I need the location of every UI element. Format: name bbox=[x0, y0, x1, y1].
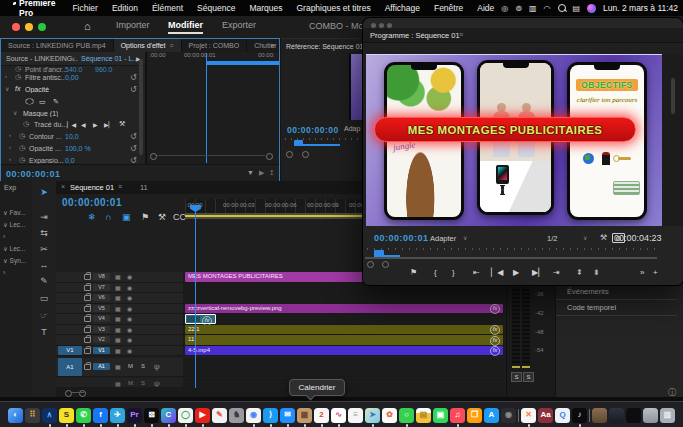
tab-modifier[interactable]: Modifier bbox=[168, 20, 203, 34]
window-thumb[interactable] bbox=[643, 408, 658, 423]
solo-button[interactable]: S bbox=[141, 363, 145, 369]
fx-badge-icon[interactable]: fx bbox=[490, 325, 500, 335]
close-tab-icon[interactable]: × bbox=[61, 183, 65, 190]
resolution-select[interactable]: 1/2 bbox=[547, 234, 557, 243]
dark-knob-app[interactable]: ◉ bbox=[501, 408, 516, 423]
close-window-button[interactable] bbox=[12, 23, 20, 31]
h-scrollbar[interactable] bbox=[72, 392, 84, 393]
play-only-icon[interactable]: ▶ bbox=[259, 169, 264, 177]
transport-button[interactable]: ▏◀ bbox=[491, 268, 503, 277]
transport-button[interactable]: ▶ bbox=[513, 268, 519, 277]
timeline-tool-icon[interactable]: ⚑ bbox=[141, 212, 149, 222]
prev-keyframe-icon[interactable]: ▏◀ bbox=[67, 121, 76, 128]
fx-badge-icon[interactable]: fx bbox=[490, 346, 500, 356]
mute-button[interactable]: M bbox=[128, 380, 133, 386]
status-icon[interactable]: ▥ bbox=[529, 4, 537, 13]
telegram[interactable]: ✈ bbox=[110, 408, 125, 423]
effect-timecode[interactable]: 00:00:00:01 bbox=[6, 169, 61, 179]
track-lane[interactable] bbox=[183, 314, 505, 324]
home-icon[interactable]: ⌂ bbox=[84, 20, 91, 32]
effect-source-label[interactable]: Source - LINKEDING... bbox=[6, 55, 78, 62]
V5[interactable]: V5 ▦ ◉ zzzzvertical-removebg-preview.png… bbox=[56, 304, 505, 315]
filter-icon[interactable]: ▼ bbox=[247, 169, 254, 176]
scrub-track[interactable] bbox=[365, 257, 657, 259]
maps[interactable]: ➤ bbox=[365, 408, 380, 423]
vscode[interactable]: ⟩ bbox=[263, 408, 278, 423]
v-scrollbar[interactable] bbox=[139, 59, 143, 155]
effect-row-mask-opacity[interactable]: › ◷ Opacité ... 100,0 % ↺ bbox=[1, 144, 145, 155]
tab-overflow-chevron[interactable]: » bbox=[271, 41, 275, 50]
track-visibility-icon[interactable]: ◉ bbox=[127, 336, 132, 343]
menu-item[interactable]: Marques bbox=[249, 3, 282, 13]
tool-button[interactable]: ☞ bbox=[32, 310, 56, 320]
track-name-button[interactable]: V7 bbox=[93, 284, 110, 291]
notes[interactable]: ▤ bbox=[416, 408, 431, 423]
reset-icon[interactable]: ↺ bbox=[130, 85, 137, 94]
lock-icon[interactable] bbox=[84, 285, 91, 291]
tool-button[interactable]: ✎ bbox=[32, 276, 56, 286]
menu-item[interactable]: Fenêtre bbox=[434, 3, 463, 13]
window-titlebar[interactable] bbox=[363, 18, 683, 28]
tiktok[interactable]: ♪ bbox=[572, 408, 587, 423]
status-icon[interactable]: ◎ bbox=[501, 4, 508, 13]
window-thumb[interactable] bbox=[592, 408, 607, 423]
twirl-icon[interactable]: › bbox=[9, 132, 11, 138]
track-visibility-icon[interactable]: ◉ bbox=[127, 305, 132, 312]
tab-reference[interactable]: Référence: Séquence 01 bbox=[286, 43, 363, 50]
transport-button[interactable]: ⇥ bbox=[553, 268, 560, 277]
fx-badge-icon[interactable]: fx bbox=[490, 304, 500, 314]
stopwatch-icon[interactable]: ◷ bbox=[15, 65, 21, 72]
stopwatch-icon[interactable]: ◷ bbox=[15, 73, 21, 81]
mic-icon[interactable]: ψ bbox=[154, 379, 160, 388]
status-icon[interactable]: ◠ bbox=[544, 4, 551, 13]
ellipse-mask-icon[interactable]: ◯ bbox=[25, 98, 34, 105]
lock-icon[interactable] bbox=[84, 348, 91, 354]
timeline-timecode[interactable]: 00:00:00:01 bbox=[62, 197, 122, 208]
panel-timecode[interactable]: Code temporel bbox=[567, 303, 616, 312]
pen-mask-icon[interactable]: ✎ bbox=[53, 98, 59, 106]
menu-clock[interactable]: Lun. 2 mars à 11:42 bbox=[603, 3, 678, 13]
reset-icon[interactable]: ↺ bbox=[130, 144, 137, 153]
dock-separator[interactable] bbox=[589, 409, 590, 422]
track-target-icon[interactable]: ▦ bbox=[115, 363, 121, 370]
zoom-handle-left[interactable] bbox=[150, 153, 157, 160]
status-icon[interactable]: ⊚ bbox=[515, 4, 522, 13]
transport-button[interactable]: ⇟ bbox=[593, 268, 600, 277]
menu-item[interactable]: Affichage bbox=[385, 3, 420, 13]
transport-button[interactable]: + bbox=[653, 268, 658, 277]
zoom-handle-left[interactable] bbox=[286, 151, 293, 158]
stopwatch-icon[interactable]: ◷ bbox=[19, 156, 25, 164]
export-icon[interactable]: ↥ bbox=[269, 169, 275, 177]
anydesk[interactable]: ∧ bbox=[42, 408, 57, 423]
timeline-tool-icon[interactable]: ∩ bbox=[105, 212, 111, 222]
twirl-icon[interactable]: › bbox=[9, 144, 11, 150]
reference-scrub-bar[interactable] bbox=[294, 144, 340, 146]
track-visibility-icon[interactable]: ◉ bbox=[127, 347, 132, 354]
zoom-handle-right[interactable] bbox=[302, 151, 309, 158]
effect-row-feather[interactable]: › ◷ Contour ... 10,0 ↺ bbox=[1, 132, 145, 143]
app-menu-title[interactable]: Premiere Pro bbox=[19, 0, 55, 18]
reference-timecode[interactable]: 00:00:00:00 bbox=[287, 125, 339, 135]
stopwatch-icon[interactable]: ◷ bbox=[19, 144, 25, 152]
track-name-button[interactable]: V1 bbox=[93, 347, 110, 354]
transport-button[interactable]: ⇞ bbox=[576, 268, 583, 277]
tab-project[interactable]: Projet : COMBO bbox=[182, 39, 248, 52]
tool-button[interactable]: T bbox=[32, 327, 56, 337]
menu-item[interactable]: Graphiques et titres bbox=[296, 3, 370, 13]
photos[interactable]: ✿ bbox=[382, 408, 397, 423]
reference-fit-select[interactable]: Adap bbox=[344, 125, 360, 132]
step-fwd-icon[interactable]: ▶ bbox=[93, 121, 98, 128]
timeline-clip[interactable]: 22,1 fx bbox=[185, 325, 503, 335]
tree-item[interactable]: ∨ Lec... bbox=[0, 219, 32, 231]
chevron-down-icon[interactable]: ∨ bbox=[463, 234, 467, 241]
facetime[interactable]: ▣ bbox=[433, 408, 448, 423]
solo-button[interactable]: S bbox=[523, 372, 534, 382]
effect-sequence-label[interactable]: Séquence 01 - L... bbox=[81, 55, 138, 62]
capcut[interactable]: ⊠ bbox=[144, 408, 159, 423]
fit-select[interactable]: Adapter bbox=[430, 234, 456, 243]
lock-icon[interactable] bbox=[84, 295, 91, 301]
track-target-icon[interactable]: ▦ bbox=[115, 336, 121, 343]
zoom-handle-left[interactable] bbox=[65, 390, 72, 397]
chevron-down-icon[interactable]: ∨ bbox=[71, 55, 75, 62]
transport-button[interactable]: { bbox=[434, 268, 437, 277]
